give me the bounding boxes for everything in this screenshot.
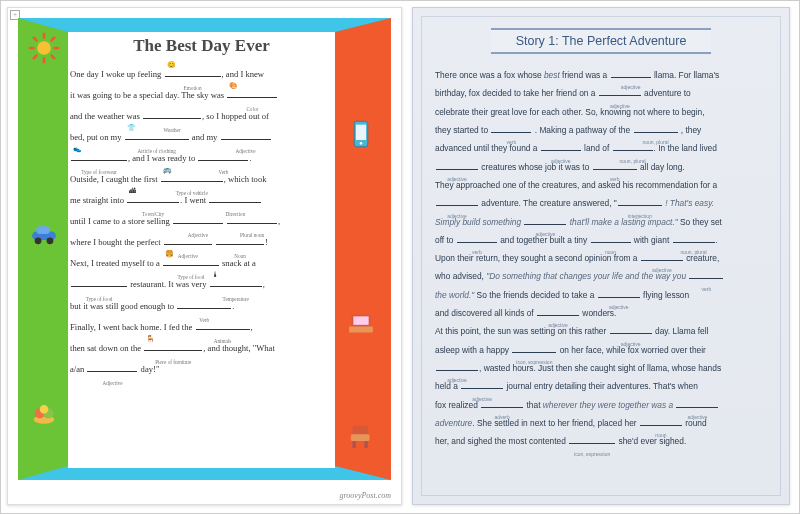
fill-in-blank[interactable]: 🚌Type of vehicle [161, 169, 223, 190]
story-text: birthday, fox decided to take her friend… [435, 88, 598, 98]
blank-hint-label: Color [246, 107, 258, 112]
fill-in-blank[interactable]: adjective [541, 139, 581, 157]
story-text: So the friends decided to take a [474, 290, 596, 300]
fill-in-blank[interactable]: adverb [481, 396, 523, 414]
blank-hint-label: noun, plural [681, 250, 707, 255]
blank-hint-label: Town/City [142, 212, 164, 217]
fill-in-blank[interactable]: noun, plural [613, 139, 653, 157]
fill-in-blank[interactable]: Verb [177, 296, 231, 317]
phone-sticker-icon [343, 116, 379, 152]
fill-in-blank[interactable]: adjective [436, 359, 478, 377]
story-text: There once was a fox whose [435, 70, 544, 80]
fill-in-blank[interactable]: icon, expression [569, 432, 615, 450]
blank-hint-label: adverb [495, 415, 510, 420]
fill-in-blank[interactable]: verb [689, 267, 723, 285]
fill-in-blank[interactable]: Direction [209, 190, 261, 211]
fill-in-blank[interactable]: adjective [537, 304, 579, 322]
fill-in-blank[interactable]: Plural noun [227, 211, 277, 232]
fill-in-blank[interactable]: Adjective [173, 211, 223, 232]
blank-hint-label: adjective [652, 268, 672, 273]
fill-in-blank[interactable]: Animals [196, 317, 250, 338]
story-text: . [716, 235, 718, 245]
story-text: . [232, 301, 234, 311]
fill-in-blank[interactable]: Adjective [221, 127, 271, 148]
fill-in-blank[interactable]: interjection [618, 194, 662, 212]
fill-in-blank[interactable]: noun [640, 414, 682, 432]
story-text-italic: adventure [435, 418, 472, 428]
blank-hint-icon: 👟 [73, 146, 82, 153]
fill-in-blank[interactable]: 🏙Town/City [127, 190, 179, 211]
fill-in-blank[interactable]: adjective [676, 396, 718, 414]
story-body-right: There once was a fox whose best friend w… [435, 66, 767, 451]
story-text-italic: wherever they were together was a [543, 400, 676, 410]
blank-hint-label: adjective [447, 214, 467, 219]
fill-in-blank[interactable]: verb [491, 121, 531, 139]
worksheet-best-day-ever: + The Best Day Ever One day I woke up fe… [7, 7, 402, 505]
fill-in-blank[interactable]: adjective [641, 249, 683, 267]
fill-in-blank[interactable]: verb [593, 158, 637, 176]
story-text: They approached one of the creatures, an… [435, 180, 717, 190]
story-text: , they [679, 125, 702, 135]
story-text: friend was a [560, 70, 610, 80]
story-text: celebrate their great love for each othe… [435, 107, 705, 117]
fill-in-blank[interactable]: 👕Article of clothing [125, 127, 189, 148]
story-text-italic: that'll make a lasting impact." [567, 217, 677, 227]
fill-in-blank[interactable]: noun, plural [673, 231, 715, 249]
fill-in-blank[interactable]: Type of food [71, 274, 127, 295]
fill-in-blank[interactable]: Weather [143, 106, 201, 127]
blank-hint-label: adjective [610, 104, 630, 109]
blank-hint-label: verb [507, 140, 517, 145]
watermark-text: groovyPost.com [340, 491, 391, 500]
story-text-italic: best [544, 70, 560, 80]
story-text: and my [190, 132, 220, 142]
story-text: flying lesson [641, 290, 689, 300]
fill-in-blank[interactable]: adjective [611, 66, 651, 84]
blank-hint-icon: 🚌 [163, 167, 172, 174]
fill-in-blank[interactable]: adjective [461, 377, 503, 395]
blank-hint-icon: 🏙 [129, 188, 136, 195]
chair-sticker-icon [343, 418, 379, 454]
fill-in-blank[interactable]: adjective [610, 322, 652, 340]
fill-in-blank[interactable]: noun, plural [634, 121, 678, 139]
dessert-sticker-icon [26, 398, 62, 434]
fill-in-blank[interactable]: 😊Emotion [165, 64, 221, 85]
story-text: llama. For llama's [652, 70, 720, 80]
fill-in-blank[interactable]: adjective [599, 84, 641, 102]
story-text: day!" [138, 364, 159, 374]
blank-hint-label: Type of footwear [81, 170, 117, 175]
story-text: One day I woke up feeling [70, 69, 164, 79]
story-text: . I went [180, 195, 208, 205]
story-text: creatures whose job it was to [479, 162, 592, 172]
fill-in-blank[interactable]: Noun [216, 232, 264, 253]
story-text [224, 216, 226, 226]
blank-hint-label: Piece of furniture [155, 360, 191, 365]
story-text: adventure. The creature answered, " [479, 198, 617, 208]
story-text: . Making a pathway of the [532, 125, 632, 135]
blank-hint-icon: 🌡 [212, 272, 219, 279]
title-frame: Story 1: The Perfect Adventure [491, 28, 711, 54]
fill-in-blank[interactable]: 👟Type of footwear [71, 148, 127, 169]
story-text: they started to [435, 125, 490, 135]
fill-in-blank[interactable]: adjective [436, 158, 478, 176]
title-perfect-adventure: Story 1: The Perfect Adventure [491, 34, 711, 48]
laptop-sticker-icon [343, 306, 379, 342]
fill-in-blank[interactable]: 🎨Color [227, 85, 277, 106]
story-body-left: One day I woke up feeling 😊Emotion, and … [68, 64, 335, 380]
blank-hint-label: icon, expression [516, 360, 552, 365]
fill-in-blank[interactable]: adjective [598, 286, 640, 304]
fill-in-blank[interactable]: noun [591, 231, 631, 249]
fill-in-blank[interactable]: icon, expression [512, 341, 556, 359]
fill-in-blank[interactable]: 🍔Type of food [163, 253, 219, 274]
fill-in-blank[interactable]: Adjective [87, 359, 137, 380]
blank-hint-label: Noun [234, 254, 246, 259]
fill-in-blank[interactable]: 🌡Temperature [210, 274, 262, 295]
fill-in-blank[interactable]: verb [457, 231, 497, 249]
story-text: where I bought the perfect [70, 237, 163, 247]
fill-in-blank[interactable]: adjective [436, 194, 478, 212]
story-text: Outside, I caught the first [70, 174, 160, 184]
blank-hint-icon: 🎨 [229, 83, 238, 90]
fill-in-blank[interactable]: Verb [198, 148, 248, 169]
story-text: a/an [70, 364, 86, 374]
fill-in-blank[interactable]: adjective [524, 213, 566, 231]
fill-in-blank[interactable]: 🪑Piece of furniture [144, 338, 202, 359]
